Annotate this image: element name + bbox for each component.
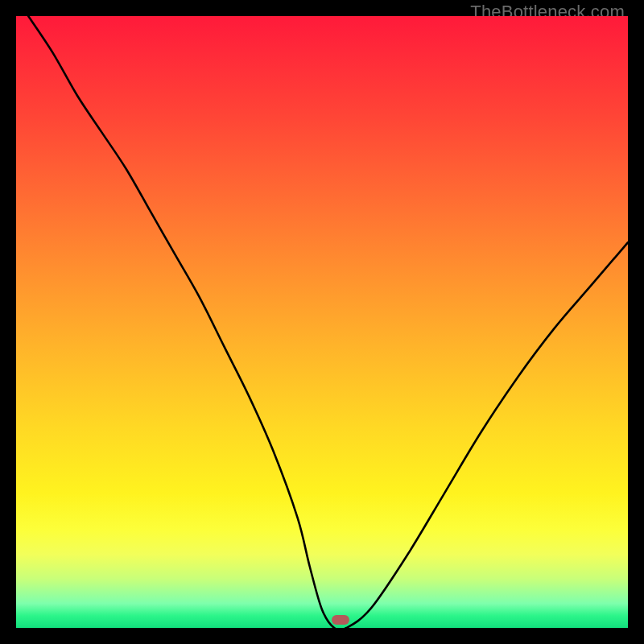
- chart-frame: TheBottleneck.com: [0, 0, 644, 644]
- bottleneck-curve: [28, 16, 628, 628]
- curve-svg: [16, 16, 628, 628]
- plot-area: [16, 16, 628, 628]
- minimum-marker: [332, 615, 349, 625]
